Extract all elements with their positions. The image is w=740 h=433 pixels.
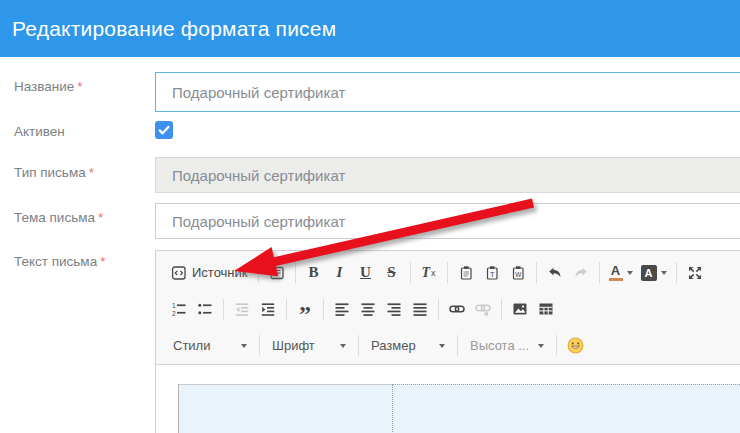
check-icon	[157, 123, 171, 137]
unlink-icon	[475, 301, 491, 317]
indent-icon	[260, 301, 276, 317]
source-button[interactable]: Источник	[166, 260, 253, 286]
line-height-dropdown[interactable]: Высота ...	[463, 333, 551, 359]
justify-button[interactable]	[407, 296, 433, 322]
toolbar-separator	[438, 299, 439, 320]
toolbar-separator	[259, 335, 260, 356]
toolbar-row-2: 1 2	[156, 291, 740, 327]
templates-icon	[269, 265, 285, 281]
editor-content-table	[178, 384, 740, 433]
italic-button[interactable]: I	[327, 260, 353, 286]
background-color-icon: A	[641, 265, 657, 281]
size-dropdown[interactable]: Размер	[364, 333, 452, 359]
redo-icon	[573, 265, 589, 281]
toolbar-separator	[323, 299, 324, 320]
chevron-down-icon	[340, 344, 346, 348]
required-asterisk: *	[77, 79, 82, 94]
source-button-label: Источник	[192, 265, 248, 280]
name-field-label: Название*	[14, 79, 83, 94]
insert-image-button[interactable]	[507, 296, 533, 322]
smiley-button[interactable]	[562, 333, 588, 359]
type-field-label: Тип письма*	[14, 165, 94, 180]
rich-text-editor: Источник B I U S Tx	[155, 250, 740, 433]
svg-text:1: 1	[172, 302, 176, 309]
chevron-down-icon	[241, 344, 247, 348]
toolbar-separator	[599, 262, 600, 283]
link-icon	[449, 301, 465, 317]
svg-text:T: T	[490, 269, 495, 278]
chevron-down-icon	[627, 271, 633, 275]
align-right-icon	[386, 301, 402, 317]
underline-button[interactable]: U	[353, 260, 379, 286]
toolbar-separator	[358, 335, 359, 356]
toolbar-separator	[457, 335, 458, 356]
paste-from-word-button[interactable]: W	[505, 260, 531, 286]
toolbar-row-3: Стили Шрифт Размер Высота ...	[156, 327, 740, 364]
active-field-label: Активен	[14, 124, 65, 139]
blockquote-button[interactable]: ”	[292, 296, 318, 322]
font-dropdown[interactable]: Шрифт	[265, 333, 353, 359]
toolbar-separator	[295, 262, 296, 283]
subject-field-label: Тема письма*	[14, 210, 103, 225]
active-checkbox[interactable]	[155, 121, 173, 139]
undo-button[interactable]	[542, 260, 568, 286]
image-icon	[512, 301, 528, 317]
paste-icon	[458, 265, 474, 281]
link-button[interactable]	[444, 296, 470, 322]
letter-type-field: Подарочный сертификат	[155, 157, 740, 193]
chevron-down-icon	[439, 344, 445, 348]
bold-button[interactable]: B	[301, 260, 327, 286]
align-left-icon	[334, 301, 350, 317]
maximize-button[interactable]	[682, 260, 708, 286]
chevron-down-icon	[538, 344, 544, 348]
paste-word-icon: W	[510, 265, 526, 281]
required-asterisk: *	[89, 165, 94, 180]
body-field-label: Текст письма*	[14, 254, 105, 269]
editor-content[interactable]	[156, 365, 740, 433]
numbered-list-icon: 1 2	[171, 301, 187, 317]
redo-button[interactable]	[568, 260, 594, 286]
align-center-button[interactable]	[355, 296, 381, 322]
outdent-button[interactable]	[229, 296, 255, 322]
toolbar-separator	[223, 299, 224, 320]
edit-letter-format-page: Редактирование формата писем Название* А…	[0, 0, 740, 433]
editor-table-cell-left[interactable]	[178, 384, 392, 433]
table-icon	[538, 301, 554, 317]
undo-icon	[547, 265, 563, 281]
required-asterisk: *	[98, 210, 103, 225]
justify-icon	[412, 301, 428, 317]
remove-format-button[interactable]: Tx	[416, 260, 442, 286]
source-icon	[171, 265, 187, 281]
background-color-button[interactable]: A	[637, 260, 671, 286]
indent-button[interactable]	[255, 296, 281, 322]
text-color-icon: A	[609, 265, 623, 281]
styles-dropdown[interactable]: Стили	[166, 333, 254, 359]
toolbar-separator	[556, 335, 557, 356]
insert-table-button[interactable]	[533, 296, 559, 322]
numbered-list-button[interactable]: 1 2	[166, 296, 192, 322]
unlink-button[interactable]	[470, 296, 496, 322]
header-bar: Редактирование формата писем	[0, 0, 740, 57]
outdent-icon	[234, 301, 250, 317]
strikethrough-button[interactable]: S	[379, 260, 405, 286]
templates-button[interactable]	[264, 260, 290, 286]
svg-text:W: W	[515, 270, 522, 277]
bullet-list-button[interactable]	[192, 296, 218, 322]
subject-input[interactable]	[155, 203, 740, 239]
toolbar-separator	[410, 262, 411, 283]
toolbar-separator	[501, 299, 502, 320]
paste-plain-text-button[interactable]: T	[479, 260, 505, 286]
required-asterisk: *	[100, 254, 105, 269]
name-input[interactable]	[155, 72, 740, 112]
align-center-icon	[360, 301, 376, 317]
toolbar-separator	[258, 262, 259, 283]
chevron-down-icon	[661, 271, 667, 275]
editor-table-cell-right[interactable]	[392, 384, 740, 433]
align-right-button[interactable]	[381, 296, 407, 322]
maximize-icon	[687, 265, 703, 281]
paste-button[interactable]	[453, 260, 479, 286]
bullet-list-icon	[197, 301, 213, 317]
text-color-button[interactable]: A	[605, 260, 637, 286]
paste-text-icon: T	[484, 265, 500, 281]
align-left-button[interactable]	[329, 296, 355, 322]
